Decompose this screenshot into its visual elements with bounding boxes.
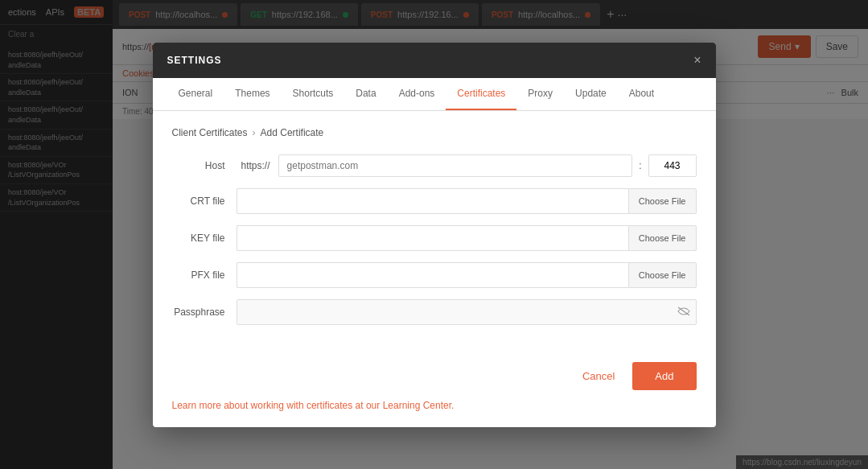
pfx-file-display (237, 262, 628, 288)
key-file-display (237, 225, 628, 251)
host-prefix: https:// (237, 160, 275, 171)
host-inputs: https:// : (237, 154, 697, 177)
eye-icon[interactable] (677, 306, 690, 319)
passphrase-input[interactable] (237, 299, 697, 325)
settings-modal: SETTINGS × General Themes Shortcuts Data… (153, 43, 716, 427)
pfx-label: PFX file (172, 269, 237, 281)
modal-header: SETTINGS × (153, 43, 716, 78)
passphrase-label: Passphrase (172, 306, 237, 318)
host-row: Host https:// : (172, 154, 697, 177)
breadcrumb-current: Add Certificate (261, 127, 324, 138)
modal-title: SETTINGS (167, 55, 222, 66)
port-input[interactable] (648, 154, 697, 177)
breadcrumb-parent[interactable]: Client Certificates (172, 127, 248, 138)
modal-overlay: SETTINGS × General Themes Shortcuts Data… (0, 0, 868, 469)
breadcrumb: Client Certificates › Add Certificate (172, 127, 697, 138)
tab-themes[interactable]: Themes (224, 78, 281, 110)
modal-footer: Cancel Add Learn more about working with… (153, 352, 716, 427)
port-separator: : (636, 160, 644, 171)
crt-file-display (237, 188, 628, 214)
tab-data[interactable]: Data (344, 78, 387, 110)
breadcrumb-separator: › (253, 127, 256, 138)
crt-choose-button[interactable]: Choose File (628, 188, 697, 214)
crt-label: CRT file (172, 195, 237, 207)
host-label: Host (172, 160, 237, 171)
crt-row: CRT file Choose File (172, 188, 697, 214)
key-choose-button[interactable]: Choose File (628, 225, 697, 251)
tab-certificates[interactable]: Certificates (446, 78, 516, 110)
tab-proxy[interactable]: Proxy (516, 78, 564, 110)
modal-body: Client Certificates › Add Certificate Ho… (153, 111, 716, 352)
tab-shortcuts[interactable]: Shortcuts (282, 78, 345, 110)
cancel-button[interactable]: Cancel (573, 364, 624, 389)
tab-general[interactable]: General (167, 78, 224, 110)
learn-more-text: Learn more about working with certificat… (172, 400, 697, 411)
footer-buttons: Cancel Add (172, 362, 697, 390)
pfx-row: PFX file Choose File (172, 262, 697, 288)
tab-update[interactable]: Update (564, 78, 618, 110)
pfx-file-row: Choose File (237, 262, 697, 288)
passphrase-row: Passphrase (172, 299, 697, 325)
key-row: KEY file Choose File (172, 225, 697, 251)
modal-tabs: General Themes Shortcuts Data Add-ons Ce… (153, 78, 716, 111)
modal-close-button[interactable]: × (693, 54, 701, 67)
key-file-row: Choose File (237, 225, 697, 251)
add-button[interactable]: Add (632, 362, 696, 390)
host-input[interactable] (278, 154, 633, 177)
key-label: KEY file (172, 232, 237, 244)
crt-file-row: Choose File (237, 188, 697, 214)
tab-addons[interactable]: Add-ons (388, 78, 446, 110)
tab-about[interactable]: About (618, 78, 665, 110)
passphrase-container (237, 299, 697, 325)
pfx-choose-button[interactable]: Choose File (628, 262, 697, 288)
